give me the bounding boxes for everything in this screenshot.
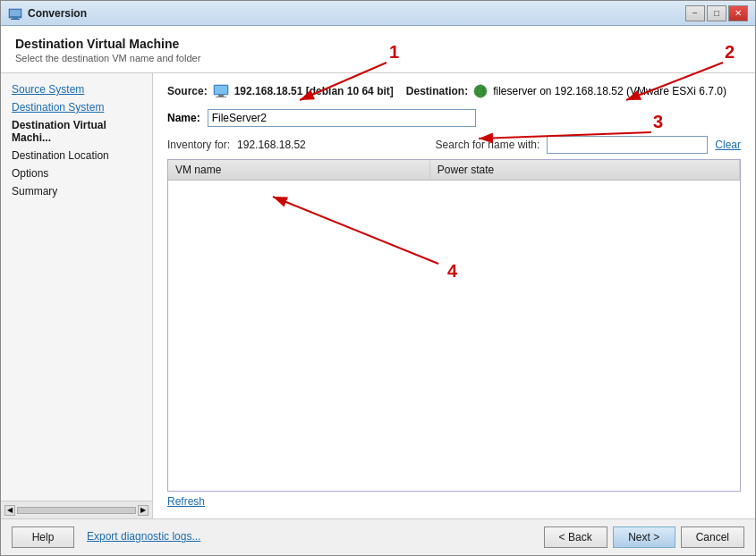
- scroll-right-arrow[interactable]: ▶: [138, 505, 149, 516]
- sidebar-item-destination-vm[interactable]: Destination Virtual Machi...: [1, 116, 152, 147]
- power-state-header: Power state: [429, 160, 739, 181]
- globe-icon: [473, 84, 488, 98]
- sidebar-item-destination-system[interactable]: Destination System: [1, 98, 152, 116]
- sidebar-item-summary: Summary: [1, 182, 152, 200]
- sidebar-scrollbar: ◀ ▶: [1, 501, 152, 518]
- footer: Help Export diagnostic logs... < Back Ne…: [1, 518, 755, 555]
- page-title: Destination Virtual Machine: [15, 37, 741, 51]
- clear-button[interactable]: Clear: [715, 139, 741, 151]
- scroll-thumb[interactable]: [17, 507, 136, 514]
- footer-left: Help Export diagnostic logs...: [12, 527, 544, 548]
- source-value: 192.168.18.51 [debian 10 64 bit]: [234, 85, 394, 97]
- svg-rect-7: [216, 97, 226, 97]
- destination-label: Destination:: [406, 85, 468, 97]
- next-button[interactable]: Next >: [613, 527, 675, 548]
- sidebar-item-destination-location: Destination Location: [1, 147, 152, 164]
- search-for-name-label: Search for name with:: [436, 139, 540, 151]
- search-input[interactable]: [547, 136, 708, 154]
- source-dest-row: Source: 192.168.18.51 [debian 10 64 bit]…: [167, 84, 741, 98]
- svg-rect-1: [10, 10, 21, 16]
- page-subtitle: Select the destination VM name and folde…: [15, 53, 741, 63]
- scroll-left-arrow[interactable]: ◀: [4, 505, 15, 516]
- vm-table-container: VM name Power state: [167, 159, 741, 492]
- help-button[interactable]: Help: [12, 527, 74, 548]
- inventory-row: Inventory for: 192.168.18.52 Search for …: [167, 136, 741, 154]
- name-input[interactable]: [208, 109, 476, 127]
- nav-buttons: < Back Next > Cancel: [544, 527, 744, 548]
- window-icon: [8, 6, 22, 21]
- svg-rect-3: [11, 19, 20, 20]
- maximize-button[interactable]: □: [707, 5, 726, 21]
- source-label: Source:: [167, 85, 208, 97]
- name-label: Name:: [167, 112, 200, 124]
- svg-rect-6: [218, 95, 224, 97]
- titlebar: Conversion − □ ✕: [1, 1, 755, 26]
- refresh-container: Refresh: [167, 492, 741, 508]
- destination-value: fileserver on 192.168.18.52 (VMware ESXi…: [493, 85, 726, 97]
- main-layout: Source System Destination System Destina…: [1, 73, 755, 518]
- svg-rect-5: [215, 86, 227, 94]
- name-row: Name:: [167, 109, 741, 127]
- sidebar: Source System Destination System Destina…: [1, 73, 153, 207]
- titlebar-buttons: − □ ✕: [685, 5, 748, 21]
- content-area: Source: 192.168.18.51 [debian 10 64 bit]…: [153, 73, 755, 518]
- close-button[interactable]: ✕: [728, 5, 748, 21]
- vm-name-header: VM name: [168, 160, 429, 181]
- back-button[interactable]: < Back: [544, 527, 607, 548]
- computer-icon: [213, 84, 229, 98]
- minimize-button[interactable]: −: [685, 5, 705, 21]
- vm-table: VM name Power state: [168, 160, 740, 181]
- window-title: Conversion: [28, 7, 685, 20]
- inventory-label: Inventory for:: [167, 139, 230, 151]
- header-section: Destination Virtual Machine Select the d…: [1, 26, 755, 73]
- sidebar-item-options: Options: [1, 164, 152, 182]
- cancel-button[interactable]: Cancel: [681, 527, 744, 548]
- refresh-link[interactable]: Refresh: [167, 492, 205, 510]
- export-diagnostic-logs-link[interactable]: Export diagnostic logs...: [81, 527, 206, 548]
- table-header-row: VM name Power state: [168, 160, 740, 181]
- inventory-value: 192.168.18.52: [237, 139, 306, 151]
- sidebar-item-source-system[interactable]: Source System: [1, 80, 152, 98]
